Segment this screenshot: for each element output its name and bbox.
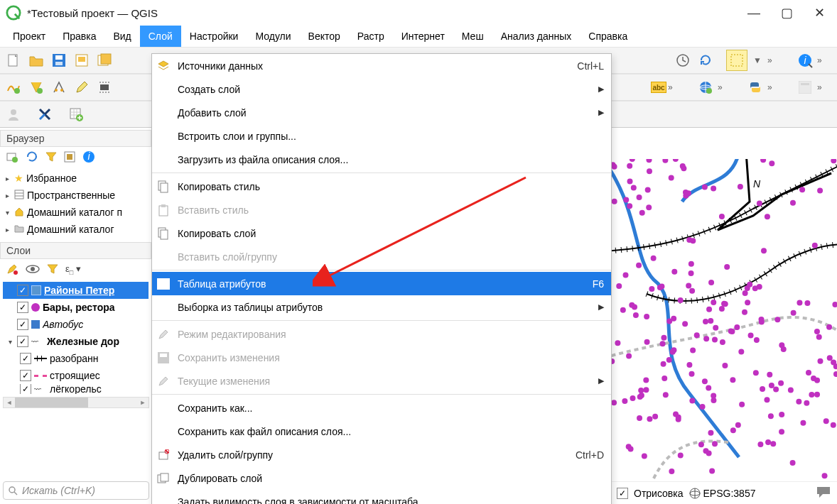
label-tool[interactable]: abc — [651, 82, 666, 93]
svg-rect-230 — [160, 354, 167, 357]
svg-rect-4 — [55, 62, 63, 65]
python-button[interactable] — [745, 77, 766, 98]
globe-button[interactable] — [695, 77, 716, 98]
browser-item[interactable]: ▸★Избранное — [3, 170, 148, 187]
eye-icon[interactable] — [26, 264, 40, 276]
info-icon[interactable]: i — [82, 150, 95, 165]
filter-icon[interactable] — [45, 151, 57, 165]
identify-button[interactable]: i — [794, 50, 816, 71]
add-layer-icon[interactable] — [6, 150, 18, 165]
menu-item[interactable]: Копировать слой — [152, 221, 611, 245]
layer-item[interactable]: ✓разобранн — [3, 350, 148, 367]
refresh-icon[interactable] — [26, 150, 38, 165]
menu-меш[interactable]: Меш — [453, 26, 492, 47]
layer-item[interactable]: ✓строящиес — [3, 367, 148, 384]
open-project-button[interactable] — [26, 50, 47, 71]
menu-item[interactable]: Создать слой▶ — [152, 77, 611, 101]
menu-вид[interactable]: Вид — [104, 26, 139, 47]
titlebar: *Тестовый проект — QGIS — ▢ ✕ — [0, 0, 837, 26]
minimize-button[interactable]: — — [738, 1, 770, 24]
x-logo-icon[interactable] — [34, 104, 55, 125]
layers-tree[interactable]: ✓Районы Петер✓Бары, рестора✓Автобус▾✓〰Же… — [0, 280, 151, 395]
menu-item[interactable]: Удалить слой/группуCtrl+D — [152, 443, 611, 466]
shortcut-label: Ctrl+L — [577, 60, 604, 72]
select-tool-dropdown[interactable]: ▼ — [749, 50, 766, 71]
panel-button[interactable] — [794, 77, 816, 98]
expression-icon[interactable]: ε□ ▾ — [65, 263, 81, 276]
menu-item[interactable]: Сохранить как файл описания слоя... — [152, 420, 611, 443]
crs-button[interactable]: EPSG:3857 — [689, 488, 756, 499]
select-tool-button[interactable] — [726, 50, 747, 71]
menu-item[interactable]: Копировать стиль — [152, 175, 611, 198]
layout-manager-button[interactable] — [94, 50, 115, 71]
menu-item[interactable]: Источники данныхCtrl+L — [152, 54, 611, 77]
menu-модули[interactable]: Модули — [247, 26, 299, 47]
menu-анализ данных[interactable]: Анализ данных — [492, 26, 580, 47]
svg-point-99 — [616, 283, 622, 289]
svg-point-143 — [627, 203, 632, 209]
new-project-button[interactable] — [3, 50, 24, 71]
style-icon[interactable] — [6, 263, 18, 278]
menu-item[interactable]: Сохранить как... — [152, 396, 611, 420]
overflow-4[interactable]: » — [718, 82, 735, 92]
layer-item[interactable]: ✓Автобус — [3, 316, 148, 333]
menu-item[interactable]: Загрузить из файла описания слоя... — [152, 148, 611, 171]
menu-item[interactable]: Встроить слои и группы... — [152, 124, 611, 148]
svg-point-81 — [745, 300, 750, 305]
layers-scrollbar[interactable]: ◄► — [3, 397, 149, 408]
map-canvas[interactable]: N — [611, 159, 837, 480]
render-checkbox[interactable]: ✓ — [617, 488, 628, 499]
menu-правка[interactable]: Правка — [54, 26, 104, 47]
toolbar-overflow-2[interactable]: » — [817, 55, 834, 65]
close-button[interactable]: ✕ — [803, 1, 836, 24]
menu-item[interactable]: Выборка из таблицы атрибутов▶ — [152, 295, 611, 319]
processor-tool[interactable] — [94, 77, 115, 98]
vector-tool-3[interactable] — [48, 77, 70, 98]
menu-item[interactable]: Дублировать слой — [152, 466, 611, 490]
search-input[interactable]: Искать (Ctrl+K) — [3, 481, 149, 500]
svg-point-139 — [769, 160, 774, 166]
menu-настройки[interactable]: Настройки — [181, 26, 247, 47]
menu-проект[interactable]: Проект — [4, 26, 54, 47]
svg-point-193 — [642, 454, 647, 459]
collapse-icon[interactable] — [64, 151, 75, 165]
browser-item[interactable]: ▸Домашний каталог — [3, 221, 148, 238]
svg-point-121 — [796, 399, 801, 405]
maximize-button[interactable]: ▢ — [770, 1, 803, 24]
pencil-tool[interactable] — [71, 77, 92, 98]
menu-item[interactable]: Задать видимость слоя в зависимости от м… — [152, 490, 611, 504]
svg-point-197 — [770, 441, 776, 447]
menubar: ПроектПравкаВидСлойНастройкиМодулиВектор… — [0, 26, 837, 47]
toolbar-overflow-1[interactable]: » — [767, 55, 784, 65]
menu-растр[interactable]: Растр — [349, 26, 393, 47]
save-icon — [156, 351, 171, 365]
browser-item[interactable]: ▸Пространственные — [3, 187, 148, 204]
overflow-6[interactable]: » — [817, 82, 834, 92]
map-plus-icon[interactable] — [65, 104, 87, 125]
menu-интернет[interactable]: Интернет — [393, 26, 453, 47]
layer-item[interactable]: ✓Районы Петер — [3, 282, 148, 299]
layer-item[interactable]: ✓〰лёгкорельс — [3, 384, 148, 394]
vector-tool-2[interactable] — [26, 77, 47, 98]
layer-item[interactable]: ✓Бары, рестора — [3, 299, 148, 316]
menu-item[interactable]: Таблица атрибутовF6 — [152, 272, 611, 295]
filter-layers-icon[interactable] — [47, 263, 58, 277]
browser-tree[interactable]: ▸★Избранное▸Пространственные▾Домашний ка… — [0, 168, 151, 239]
svg-point-59 — [754, 337, 760, 343]
overflow-3[interactable]: » — [668, 82, 685, 92]
refresh-button[interactable] — [695, 50, 716, 71]
clock-icon[interactable] — [672, 50, 693, 71]
user-icon[interactable] — [3, 104, 24, 125]
layer-item[interactable]: ▾✓〰Железные дор — [3, 333, 148, 350]
menu-вектор[interactable]: Вектор — [300, 26, 349, 47]
menu-справка[interactable]: Справка — [580, 26, 636, 47]
crs-label: EPSG:3857 — [703, 488, 756, 499]
browser-item[interactable]: ▾Домашний каталог п — [3, 204, 148, 221]
overflow-5[interactable]: » — [767, 82, 784, 92]
messages-icon[interactable] — [816, 486, 831, 500]
save-button[interactable] — [48, 50, 70, 71]
vector-tool-1[interactable] — [3, 77, 24, 98]
new-layout-button[interactable] — [71, 50, 92, 71]
menu-слой[interactable]: Слой — [140, 26, 181, 47]
menu-item[interactable]: Добавить слой▶ — [152, 101, 611, 124]
